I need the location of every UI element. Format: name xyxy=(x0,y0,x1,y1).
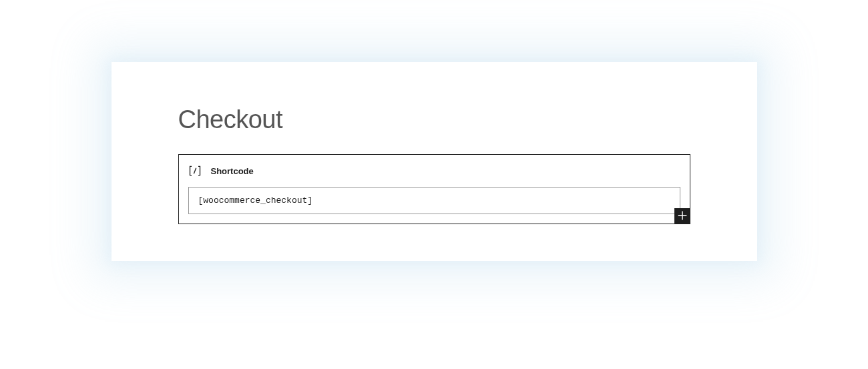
page-title[interactable]: Checkout xyxy=(178,105,690,134)
editor-content-area: Checkout Shortcode xyxy=(112,62,757,261)
shortcode-block[interactable]: Shortcode xyxy=(178,154,690,224)
block-header: Shortcode xyxy=(188,164,680,177)
block-type-label: Shortcode xyxy=(211,166,254,176)
add-block-button[interactable] xyxy=(674,208,690,224)
plus-icon xyxy=(675,208,690,225)
shortcode-icon xyxy=(188,164,202,177)
shortcode-input[interactable] xyxy=(188,187,680,214)
